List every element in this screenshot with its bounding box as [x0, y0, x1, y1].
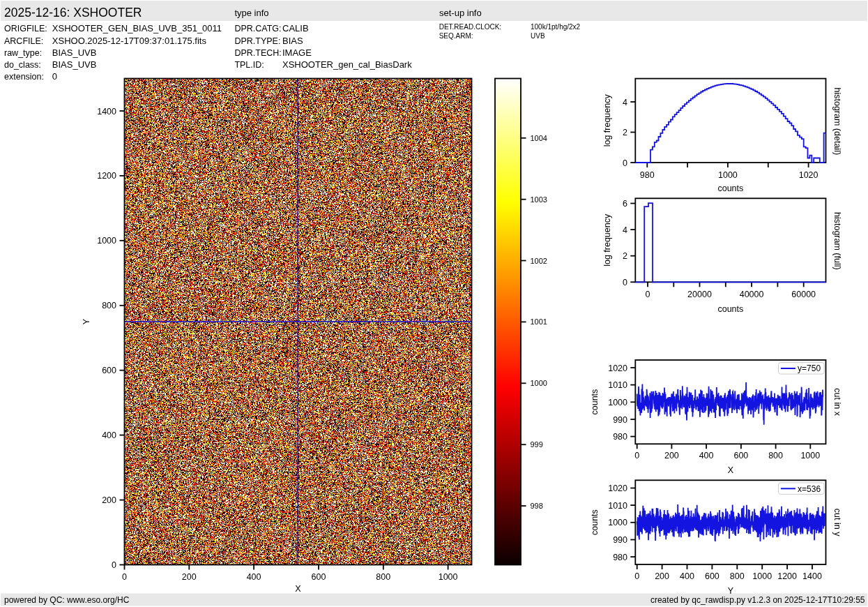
svg-text:counts: counts: [717, 183, 743, 193]
svg-text:400: 400: [680, 571, 694, 581]
svg-text:400: 400: [699, 451, 714, 460]
svg-text:1000: 1000: [800, 451, 820, 460]
svg-text:600: 600: [312, 572, 326, 582]
svg-text:2: 2: [623, 251, 627, 261]
svg-text:100k/1pt/hg/2x2: 100k/1pt/hg/2x2: [531, 23, 581, 31]
svg-text:800: 800: [102, 301, 116, 310]
svg-text:1003: 1003: [531, 195, 547, 204]
svg-text:0: 0: [646, 290, 650, 299]
svg-text:0: 0: [623, 158, 627, 168]
svg-text:raw_type:: raw_type:: [4, 48, 42, 58]
svg-text:0: 0: [623, 278, 627, 287]
svg-text:1001: 1001: [531, 317, 547, 326]
svg-text:980: 980: [640, 170, 655, 180]
svg-text:980: 980: [613, 432, 627, 442]
svg-text:800: 800: [768, 451, 783, 460]
svg-text:1020: 1020: [608, 364, 627, 373]
svg-text:XSHOOTER_gen_cal_BiasDark: XSHOOTER_gen_cal_BiasDark: [282, 59, 412, 70]
svg-text:counts: counts: [590, 389, 600, 415]
svg-text:x=536: x=536: [798, 484, 821, 494]
svg-text:set-up info: set-up info: [439, 8, 482, 18]
svg-text:BIAS_UVB: BIAS_UVB: [52, 59, 97, 70]
svg-text:X: X: [295, 584, 301, 594]
svg-text:log frequency: log frequency: [602, 94, 612, 147]
svg-text:40000: 40000: [740, 290, 764, 299]
svg-text:4: 4: [623, 225, 627, 235]
svg-text:Y: Y: [82, 318, 91, 324]
svg-text:DPR.CATG:: DPR.CATG:: [234, 24, 281, 33]
svg-text:counts: counts: [717, 304, 743, 314]
svg-text:DPR.TECH:: DPR.TECH:: [234, 48, 281, 58]
svg-text:2: 2: [623, 128, 627, 137]
svg-text:created by qc_rawdisp.py v1.2.: created by qc_rawdisp.py v1.2.3 on 2025-…: [650, 595, 865, 605]
svg-text:1010: 1010: [608, 501, 627, 511]
svg-text:1200: 1200: [97, 171, 116, 181]
svg-text:4: 4: [623, 98, 627, 107]
svg-text:BIAS_UVB: BIAS_UVB: [52, 47, 97, 58]
svg-text:y=750: y=750: [798, 364, 821, 373]
svg-text:0: 0: [634, 451, 639, 460]
svg-text:ARCFILE:: ARCFILE:: [4, 36, 43, 46]
svg-text:800: 800: [376, 572, 390, 582]
svg-text:ORIGFILE:: ORIGFILE:: [4, 24, 47, 33]
svg-text:type info: type info: [234, 8, 268, 18]
svg-text:do_class:: do_class:: [4, 60, 41, 70]
svg-text:BIAS: BIAS: [282, 36, 303, 46]
svg-text:1000: 1000: [439, 572, 458, 582]
svg-text:TPL.ID:: TPL.ID:: [234, 60, 264, 70]
svg-text:990: 990: [613, 415, 627, 425]
svg-text:X: X: [728, 465, 734, 475]
svg-text:200: 200: [102, 495, 116, 505]
svg-text:cut in y: cut in y: [832, 509, 842, 537]
svg-text:1000: 1000: [608, 398, 627, 407]
svg-text:histogram (detail): histogram (detail): [832, 88, 842, 156]
svg-text:2025-12-16: XSHOOTER: 2025-12-16: XSHOOTER: [4, 6, 142, 20]
svg-text:1004: 1004: [531, 134, 547, 142]
svg-text:1002: 1002: [531, 257, 547, 265]
svg-text:1000: 1000: [608, 518, 627, 527]
svg-text:800: 800: [730, 571, 745, 581]
svg-text:1020: 1020: [799, 170, 818, 180]
svg-text:0: 0: [112, 560, 116, 570]
svg-text:counts: counts: [590, 509, 600, 535]
svg-text:CALIB: CALIB: [282, 23, 309, 33]
svg-text:1400: 1400: [802, 571, 822, 581]
svg-text:IMAGE: IMAGE: [282, 47, 312, 58]
svg-text:1000: 1000: [718, 170, 738, 180]
svg-text:XSHOOTER_GEN_BIAS_UVB_351_0011: XSHOOTER_GEN_BIAS_UVB_351_0011: [52, 23, 222, 33]
svg-text:0: 0: [52, 71, 57, 82]
svg-text:1000: 1000: [752, 571, 772, 581]
svg-text:0: 0: [634, 571, 639, 581]
svg-text:Y: Y: [728, 586, 734, 596]
svg-text:1010: 1010: [608, 380, 627, 390]
svg-text:60000: 60000: [791, 290, 816, 299]
svg-text:400: 400: [102, 430, 116, 440]
svg-text:200: 200: [664, 451, 679, 460]
svg-text:SEQ.ARM:: SEQ.ARM:: [439, 32, 473, 40]
svg-text:1000: 1000: [531, 379, 547, 387]
svg-text:999: 999: [531, 440, 543, 449]
svg-text:600: 600: [733, 451, 748, 460]
svg-text:DPR.TYPE:: DPR.TYPE:: [234, 36, 280, 46]
svg-text:20000: 20000: [687, 290, 712, 299]
svg-text:DET.READ.CLOCK:: DET.READ.CLOCK:: [439, 23, 501, 31]
svg-text:1400: 1400: [97, 107, 116, 117]
svg-text:extension:: extension:: [4, 72, 44, 82]
svg-text:cut in x: cut in x: [832, 388, 842, 416]
svg-text:XSHOO.2025-12-17T09:37:01.175.: XSHOO.2025-12-17T09:37:01.175.fits: [52, 36, 207, 46]
svg-text:400: 400: [247, 572, 261, 582]
svg-text:0: 0: [122, 572, 127, 582]
svg-text:powered by QC: www.eso.org/HC: powered by QC: www.eso.org/HC: [4, 595, 130, 605]
svg-text:histogram (full): histogram (full): [832, 212, 842, 270]
svg-text:1000: 1000: [97, 236, 116, 246]
svg-text:log frequency: log frequency: [602, 213, 612, 267]
svg-text:1020: 1020: [608, 484, 627, 493]
svg-text:6: 6: [623, 199, 627, 209]
svg-text:980: 980: [613, 553, 627, 562]
svg-text:200: 200: [182, 572, 197, 582]
svg-text:1200: 1200: [777, 571, 797, 581]
svg-text:998: 998: [531, 502, 543, 510]
svg-text:600: 600: [102, 366, 116, 375]
svg-text:990: 990: [613, 535, 627, 545]
svg-text:UVB: UVB: [531, 32, 545, 40]
